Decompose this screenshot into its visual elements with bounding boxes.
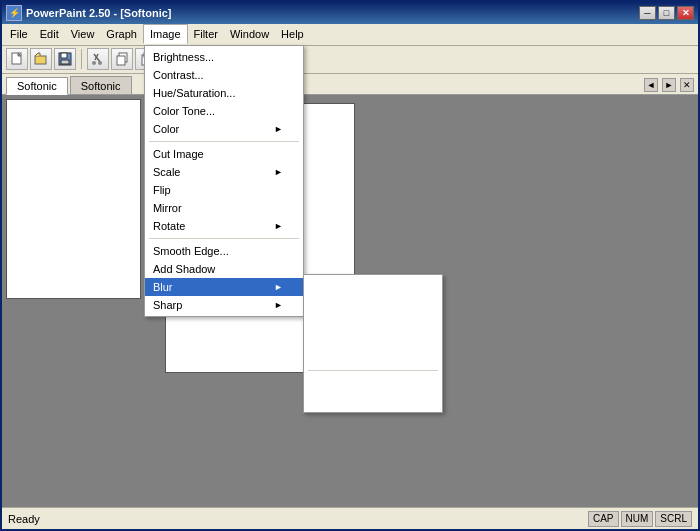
status-text: Ready [8,513,40,525]
menu-zoom-blur[interactable]: Zoom Blur... [304,374,442,392]
menu-help[interactable]: Help [275,24,310,44]
title-bar-controls: ─ □ ✕ [639,6,694,20]
status-cap: CAP [588,511,619,527]
svg-rect-2 [35,56,46,64]
menu-rotate[interactable]: Rotate► [145,217,303,235]
tab-softonic-2[interactable]: Softonic [70,76,132,94]
menu-window[interactable]: Window [224,24,275,44]
status-scrl: SCRL [655,511,692,527]
status-right: CAP NUM SCRL [588,511,692,527]
status-bar: Ready CAP NUM SCRL [2,507,698,529]
menu-view[interactable]: View [65,24,101,44]
menu-average-blur[interactable]: Average Blur... [304,277,442,295]
svg-rect-4 [61,53,67,58]
menu-smooth-edge[interactable]: Smooth Edge... [145,242,303,260]
svg-point-9 [98,61,102,65]
toolbar [2,46,698,74]
tab-prev-button[interactable]: ◄ [644,78,658,92]
separator-2 [149,238,299,239]
image-dropdown: Brightness... Contrast... Hue/Saturation… [144,45,304,317]
svg-point-8 [92,61,96,65]
menu-cut-image[interactable]: Cut Image [145,145,303,163]
svg-rect-11 [117,56,125,65]
title-bar-title: PowerPaint 2.50 - [Softonic] [26,7,171,19]
copy-button[interactable] [111,48,133,70]
cut-button[interactable] [87,48,109,70]
svg-rect-5 [61,60,69,64]
tab-close-button[interactable]: ✕ [680,78,694,92]
blur-separator [308,370,438,371]
menu-blur-only[interactable]: Blur [304,313,442,331]
menu-color-tone[interactable]: Color Tone... [145,102,303,120]
menu-sharp[interactable]: Sharp► [145,296,303,314]
menu-low-blur[interactable]: Low Blur [304,295,442,313]
tab-softonic-1[interactable]: Softonic [6,77,68,95]
open-button[interactable] [30,48,52,70]
menu-scale[interactable]: Scale► [145,163,303,181]
left-panel [2,95,157,507]
menu-gauss-blur[interactable]: Gauss Blur... [304,349,442,367]
close-button[interactable]: ✕ [677,6,694,20]
menu-image[interactable]: Image Brightness... Contrast... Hue/Satu… [143,24,188,44]
menu-contrast[interactable]: Contrast... [145,66,303,84]
separator-1 [149,141,299,142]
menu-radial-blur[interactable]: Radial Blur... [304,392,442,410]
tab-next-button[interactable]: ► [662,78,676,92]
menu-graph[interactable]: Graph [100,24,143,44]
save-button[interactable] [54,48,76,70]
menu-color[interactable]: Color► [145,120,303,138]
menu-add-shadow[interactable]: Add Shadow [145,260,303,278]
title-bar: ⚡ PowerPaint 2.50 - [Softonic] ─ □ ✕ [2,2,698,24]
menu-edit[interactable]: Edit [34,24,65,44]
tab-nav: ◄ ► ✕ [644,78,694,94]
menu-bar-wrapper: File Edit View Graph Image Brightness...… [2,24,698,46]
menu-filter[interactable]: Filter [188,24,224,44]
menu-scratch-removal[interactable]: Scratch Removal [304,331,442,349]
toolbar-sep-1 [81,49,82,69]
canvas-preview [6,99,141,299]
app-window: ⚡ PowerPaint 2.50 - [Softonic] ─ □ ✕ Fil… [0,0,700,531]
menu-bar: File Edit View Graph Image Brightness...… [2,24,698,46]
app-icon: ⚡ [6,5,22,21]
restore-button[interactable]: □ [658,6,675,20]
menu-file[interactable]: File [4,24,34,44]
menu-hue-saturation[interactable]: Hue/Saturation... [145,84,303,102]
menu-mirror[interactable]: Mirror [145,199,303,217]
menu-blur[interactable]: Blur ► Average Blur... Low Blur Blur Scr… [145,278,303,296]
minimize-button[interactable]: ─ [639,6,656,20]
blur-submenu: Average Blur... Low Blur Blur Scratch Re… [303,274,443,413]
tab-bar: Softonic Softonic ◄ ► ✕ [2,74,698,96]
title-bar-left: ⚡ PowerPaint 2.50 - [Softonic] [6,5,171,21]
menu-brightness[interactable]: Brightness... [145,48,303,66]
new-button[interactable] [6,48,28,70]
menu-flip[interactable]: Flip [145,181,303,199]
image-menu: Brightness... Contrast... Hue/Saturation… [144,45,304,317]
status-num: NUM [621,511,654,527]
